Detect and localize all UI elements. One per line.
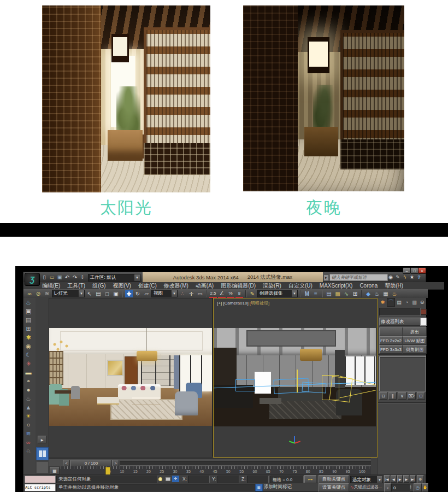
viewport-menu-plus[interactable]: [+] <box>217 301 222 306</box>
snaps-toggle-icon[interactable]: 2.5 <box>209 289 217 298</box>
mirror-icon[interactable]: M <box>303 290 311 297</box>
render-production-icon[interactable]: ♨ <box>391 290 398 297</box>
make-unique-icon[interactable]: ∨ <box>398 392 406 400</box>
redo-icon[interactable]: ↷ <box>72 274 78 280</box>
minimize-button[interactable]: – <box>403 267 411 274</box>
go-to-end-icon[interactable]: ▶| <box>410 475 416 483</box>
material-editor-icon[interactable]: ◆ <box>364 290 372 297</box>
project-folder-icon[interactable]: ⇩ <box>79 274 86 280</box>
modifier-button-ffd2[interactable]: FFD 2x2x2 <box>379 336 403 345</box>
layout-expand-button[interactable]: ▶ <box>38 436 46 443</box>
add-time-tag-icon[interactable]: ⊞ <box>255 484 263 491</box>
remove-modifier-icon[interactable]: ⌦ <box>408 392 416 400</box>
select-and-manipulate-icon[interactable]: ✛ <box>187 290 195 297</box>
selection-filter-dropdown[interactable]: L-灯光▼ <box>52 290 85 297</box>
open-file-icon[interactable]: ▭ <box>49 274 55 280</box>
curve-editor-icon[interactable]: ∿ <box>343 290 350 297</box>
rain-icon[interactable]: ≋ <box>23 429 33 438</box>
dome-light-icon[interactable]: ◓ <box>23 377 33 385</box>
menu-item[interactable]: 图形编辑器(D) <box>221 282 256 290</box>
show-end-result-icon[interactable]: ∥ <box>388 392 397 400</box>
go-to-start-icon[interactable]: |◀ <box>384 475 390 483</box>
configure-modifier-sets-icon[interactable]: ⊡ <box>417 392 425 400</box>
cone-icon[interactable]: ▲ <box>23 403 33 412</box>
coord-z-field[interactable] <box>247 476 269 483</box>
light-stand-icon[interactable]: ◉ <box>23 342 33 350</box>
spinner-snap-icon[interactable]: 8 <box>235 289 243 298</box>
tab-utilities-icon[interactable]: ⊚ <box>418 298 426 307</box>
help-icon[interactable]: ? <box>416 274 422 280</box>
modifier-list-scroll[interactable] <box>420 318 427 326</box>
add-time-tag-label[interactable]: 添加时间标记 <box>264 484 299 490</box>
frame-spinner[interactable]: ▲▼ <box>409 484 412 490</box>
keyboard-override-icon[interactable]: ▭ <box>196 290 204 297</box>
close-button[interactable]: × <box>418 267 426 274</box>
tab-display-icon[interactable]: ▥ <box>411 298 418 307</box>
previous-frame-icon[interactable]: ◀ <box>391 475 397 483</box>
calculator-icon[interactable]: ⊞ <box>23 324 33 333</box>
modifier-button-extrude[interactable]: 挤出 <box>403 327 427 336</box>
percent-snap-icon[interactable]: % <box>227 289 234 298</box>
maximize-button[interactable]: □ <box>410 267 418 274</box>
unlink-selection-icon[interactable]: ⊘ <box>34 290 42 297</box>
select-object-icon[interactable]: ↖ <box>86 290 93 297</box>
key-filters-button[interactable]: ∿ 关键点过滤器... <box>350 483 382 491</box>
modifier-button-empty[interactable] <box>379 327 403 336</box>
time-configuration-icon[interactable]: ◷ <box>414 483 422 492</box>
select-and-move-icon[interactable]: ✚ <box>125 290 133 297</box>
maxscript-mini-listener[interactable]: ALC scripts re <box>25 484 56 491</box>
layer-manager-icon[interactable]: ▤ <box>325 290 333 297</box>
corona-teapot-icon[interactable]: ♨ <box>23 298 33 307</box>
coord-x-field[interactable] <box>188 476 210 483</box>
menu-item[interactable]: Corona <box>359 283 378 289</box>
menu-item[interactable]: 自定义(U) <box>288 282 313 290</box>
render-image-icon[interactable]: ▣ <box>23 307 33 315</box>
angle-snap-icon[interactable]: ∠ <box>218 289 226 298</box>
menu-item[interactable]: 视图(V) <box>113 282 131 290</box>
modifier-button-uvw[interactable]: UVW 贴图 <box>403 336 427 345</box>
current-frame-field[interactable]: 0 <box>391 484 410 491</box>
mini-trackbar-toggle[interactable]: ▦ <box>50 467 60 475</box>
modifier-button-ffd3[interactable]: FFD 3x3x3 <box>379 345 403 354</box>
menu-item[interactable]: 编辑(E) <box>42 282 60 290</box>
macro-recorder-field[interactable] <box>25 476 56 483</box>
viewport-menu-shading[interactable]: [明暗处理] <box>250 301 269 306</box>
sphere-light-icon[interactable]: ○ <box>23 420 33 429</box>
play-icon[interactable]: ▶ <box>397 475 403 483</box>
lightbulb-icon[interactable]: ✱ <box>23 333 33 342</box>
tab-motion-icon[interactable]: ◔ <box>403 298 410 307</box>
tab-hierarchy-icon[interactable]: ▤ <box>396 298 403 307</box>
star-icon[interactable]: ★ <box>409 274 415 280</box>
use-pivot-center-icon[interactable]: ∴ <box>179 290 186 297</box>
next-frame-icon[interactable]: ▶ <box>403 475 409 483</box>
align-icon[interactable]: ≡ <box>312 290 320 297</box>
layout-tab-active[interactable] <box>36 447 49 460</box>
coordinate-system-dropdown[interactable]: 视图▼ <box>151 290 178 297</box>
character-icon[interactable]: ♘ <box>23 447 33 455</box>
object-name-field[interactable] <box>379 308 421 316</box>
menu-item[interactable]: 帮助(H) <box>385 282 403 290</box>
time-slider-track[interactable] <box>120 461 374 466</box>
app-menu-button[interactable]: Ʒ <box>25 273 40 286</box>
new-scene-icon[interactable]: ▯ <box>41 274 48 280</box>
rectangular-selection-icon[interactable]: □ <box>103 290 111 297</box>
lightning-icon[interactable]: ϟ <box>402 274 408 280</box>
layout-tab-inactive[interactable] <box>36 461 49 473</box>
select-and-scale-icon[interactable]: ▱ <box>143 290 150 297</box>
teapot-dark-icon[interactable]: ♨ <box>23 394 33 403</box>
selection-lock-icon[interactable] <box>164 476 171 482</box>
modifier-list-dropdown[interactable]: 修改器列表 <box>379 318 422 326</box>
material-shapes-icon[interactable]: ✳ <box>23 359 33 368</box>
frame-marker[interactable] <box>105 467 110 475</box>
disc-light-icon[interactable]: ● <box>23 385 33 394</box>
schematic-view-icon[interactable]: ⊞ <box>351 290 359 297</box>
key-mode-toggle-icon[interactable]: « <box>384 483 391 492</box>
sun-icon[interactable]: ☀ <box>23 412 33 420</box>
frame-ruler[interactable]: 5101520253035404550556065707580859095100 <box>61 466 371 475</box>
set-key-mode-button[interactable]: 设置关键点 <box>319 483 349 492</box>
tab-modify-icon[interactable]: ⌒ <box>387 298 395 307</box>
select-and-link-icon[interactable]: ∞ <box>26 290 33 297</box>
viewport-left[interactable] <box>49 298 213 458</box>
plane-light-icon[interactable]: ▬ <box>23 368 33 377</box>
undo-icon[interactable]: ↶ <box>64 274 70 280</box>
